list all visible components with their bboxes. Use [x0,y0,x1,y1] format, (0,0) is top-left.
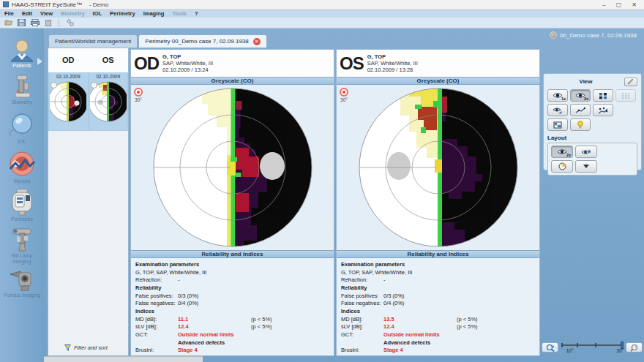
refraction-label: Refraction: [341,276,383,283]
gct-label: GCT: [135,331,178,338]
view-four-button[interactable] [593,89,613,102]
zoom-slider[interactable]: 10° 30° [561,340,623,355]
print-icon[interactable] [30,19,40,27]
section-title: Indices [135,308,154,314]
sidebar-collapse-icon[interactable] [37,58,42,65]
greyscale-map-od[interactable]: 30° [131,85,334,250]
patient-badge: 00_Demo case 7, 02.09.1938 [550,31,637,39]
exam-thumbnail-od[interactable]: 02.10.2009 [49,73,88,130]
myopia-icon [8,150,36,178]
chevron-down-icon [583,165,589,168]
magnifier-icon [630,344,639,352]
column-os: OS [89,48,129,72]
view-trend-button[interactable] [570,104,591,116]
selected-exam-row: 02.10.2009 [48,72,128,131]
thumbnail-marker-icon[interactable] [91,82,97,88]
exam-thumbnail-os[interactable]: 02.10.2009 [89,73,128,130]
menubar: File Edit View Biometry IOL Perimetry Im… [0,10,644,18]
view-single-2x-button[interactable]: 2x [570,89,591,102]
eye-star-icon [581,148,591,156]
tab-close-icon[interactable]: ✕ [253,38,261,45]
menu-perimetry[interactable]: Perimetry [110,10,135,17]
view-edit-button[interactable] [624,78,637,86]
tabstrip: Patient/Worklist management Perimetry 00… [48,34,267,48]
view-hints-button[interactable] [570,118,591,131]
visual-field-od [133,85,332,250]
filter-and-sort[interactable]: Filter and sort [64,344,108,351]
maximize-icon[interactable]: ▢ [616,1,622,8]
menu-imaging[interactable]: Imaging [143,10,165,17]
refraction-value: - [383,276,457,283]
workspace: Patients Biometry IOL Myopia Perimetry S [0,29,644,362]
exam-date: 02.10.2009 [89,73,128,79]
slv-p-value: (p < 5%) [457,323,478,330]
exam-datetime: 02.10.2009 / 13:28 [367,67,418,73]
sidebar-item-biometry[interactable]: Biometry [11,74,33,105]
md-value: 13.5 [383,316,457,323]
md-label: MD [dB]: [341,316,383,323]
menu-edit[interactable]: Edit [22,10,32,17]
advanced-defects-label: Advanced defects [383,339,457,346]
layout-clock-button[interactable] [551,160,573,173]
fundus-imaging-icon [9,270,35,292]
zoom-out-button[interactable] [542,342,558,352]
view-panel-title: View [547,78,624,85]
layout-dropdown-button[interactable] [575,160,597,173]
open-icon[interactable] [4,19,13,27]
layout-overlay-button[interactable] [575,146,597,158]
exam-panel-od: OD G, TOP SAP, White/White, III 02.10.20… [130,49,334,356]
section-title: Examination parameters [341,261,405,268]
brusini-label: Brusini: [341,347,383,353]
menu-help[interactable]: ? [195,10,198,17]
avatar [550,31,557,39]
exam-list-panel: OD OS 02.10.2009 [48,48,129,356]
gct-value: Outside normal limits [383,331,457,338]
zoom-max-label: 30° [617,348,624,353]
menu-view[interactable]: View [40,10,53,17]
pencil-icon [627,78,634,85]
sidebar-item-perimetry[interactable]: Perimetry [10,189,34,222]
filter-label: Filter and sort [74,344,108,351]
network-icon[interactable] [65,19,75,27]
layout-2x-button[interactable]: 2x [551,146,573,158]
menu-file[interactable]: File [4,10,14,17]
stimulus-indicator-icon[interactable] [134,88,143,97]
section-title: Reliability [135,284,161,291]
view-trend-double-button[interactable] [593,104,613,116]
tab-label: Perimetry 00_Demo case 7, 02.09.1938 [145,38,248,45]
table-icon [553,121,562,129]
minimize-icon[interactable]: – [602,1,605,8]
horizontal-scrollbar[interactable] [44,356,203,362]
section-title: Indices [341,308,360,314]
eye-column-headers: OD OS [48,48,128,72]
view-single-1x-button[interactable]: 1x [547,89,568,102]
thumbnail-marker-icon[interactable] [50,82,57,88]
exam-program: G, TOP [367,53,418,60]
false-negatives-label: False negatives: [341,300,383,306]
exam-date: 02.10.2009 [49,73,88,79]
sidebar-item-myopia[interactable]: Myopia [8,150,36,184]
slv-value: 12.4 [178,323,251,330]
save-icon[interactable] [17,19,26,27]
exam-stimulus: SAP, White/White, III [367,60,418,67]
view-combined-button[interactable] [547,104,568,116]
view-table-button[interactable] [547,118,568,131]
patients-icon [10,39,34,62]
indices-title: Reliability and Indices [201,251,263,257]
greyscale-map-os[interactable]: 30° [337,85,539,250]
sidebar-item-iol[interactable]: IOL [9,110,35,145]
delete-icon[interactable] [43,19,53,27]
false-negatives-value: 0/4 (0%) [178,300,251,306]
tab-patient-worklist[interactable]: Patient/Worklist management [48,34,138,48]
menu-iol[interactable]: IOL [93,10,102,17]
scale-label: 1x [561,97,566,101]
sidebar-item-label: Perimetry [11,216,33,222]
stimulus-indicator-icon[interactable] [340,88,348,97]
sidebar-item-slit-lamp[interactable]: Slit Lamp Imaging [3,227,41,265]
close-icon[interactable]: ✕ [632,1,637,8]
sidebar-item-patients[interactable]: Patients [10,39,34,69]
zoom-in-button[interactable] [626,342,643,352]
tab-perimetry-case[interactable]: Perimetry 00_Demo case 7, 02.09.1938 ✕ [138,34,266,48]
false-negatives-value: 0/4 (0%) [383,300,457,306]
sidebar-item-fundus[interactable]: Fundus Imaging [3,270,41,298]
